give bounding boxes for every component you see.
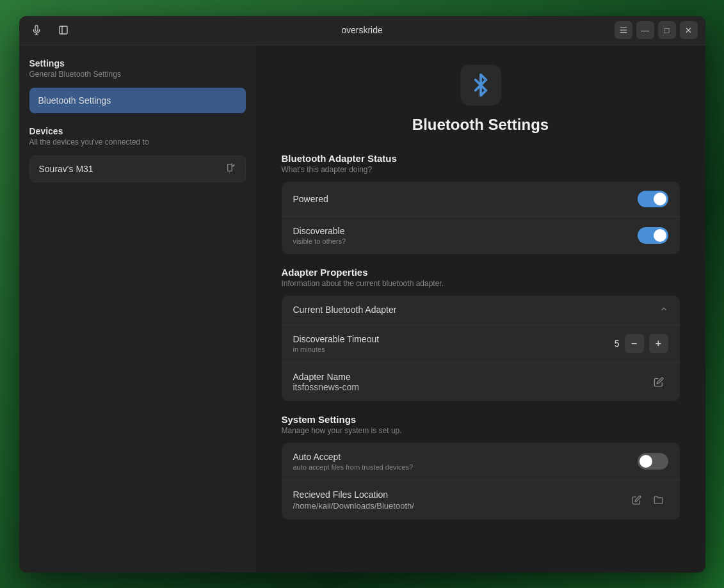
discoverable-timeout-sublabel: in minutes: [293, 346, 380, 353]
auto-accept-label: Auto Accept: [293, 452, 414, 462]
powered-toggle-knob: [654, 193, 666, 205]
devices-section-title: Devices: [29, 126, 246, 136]
timeout-decrement-button[interactable]: −: [625, 334, 644, 353]
app-window: overskride — □ ✕ Settings G: [19, 16, 705, 573]
chevron-up-icon: [659, 305, 668, 315]
settings-section-subtitle: General Bluetooth Settings: [29, 70, 246, 79]
files-location-row: Recieved Files Location /home/kaii/Downl…: [282, 480, 680, 520]
adapter-subrows: Discoverable Timeout in minutes 5 − + Ad…: [282, 324, 680, 401]
auto-accept-label-group: Auto Accept auto accept files from trust…: [293, 452, 414, 471]
files-folder-button[interactable]: [649, 490, 668, 509]
adapter-properties-section-header: Adapter Properties Information about the…: [282, 267, 680, 288]
powered-label: Powered: [293, 194, 328, 204]
powered-toggle[interactable]: [638, 191, 668, 207]
maximize-button[interactable]: □: [658, 21, 676, 39]
discoverable-timeout-label-group: Discoverable Timeout in minutes: [293, 334, 380, 353]
files-location-actions: [627, 490, 668, 509]
bluetooth-logo: [282, 65, 680, 106]
discoverable-toggle[interactable]: [638, 227, 668, 244]
close-button[interactable]: ✕: [680, 21, 698, 39]
sidebar-toggle-button[interactable]: [54, 20, 73, 40]
content-area: Settings General Bluetooth Settings Blue…: [19, 45, 705, 573]
auto-accept-sublabel: auto accept files from trusted devices?: [293, 463, 414, 471]
device-item-sourav-m31[interactable]: Sourav's M31: [29, 155, 246, 182]
adapter-name-edit-button[interactable]: [649, 372, 668, 392]
files-location-label: Recieved Files Location: [293, 489, 414, 500]
sidebar: Settings General Bluetooth Settings Blue…: [19, 45, 256, 573]
files-location-label-group: Recieved Files Location /home/kaii/Downl…: [293, 489, 414, 511]
timeout-increment-button[interactable]: +: [649, 334, 668, 353]
files-edit-button[interactable]: [627, 490, 647, 509]
titlebar-right: — □ ✕: [615, 21, 698, 39]
current-adapter-label: Current Bluetooth Adapter: [293, 305, 397, 315]
discoverable-timeout-label: Discoverable Timeout: [293, 334, 380, 344]
titlebar: overskride — □ ✕: [19, 16, 705, 45]
adapter-status-subtitle: What's this adapter doing?: [282, 165, 680, 174]
titlebar-left: [27, 20, 73, 40]
main-content: Bluetooth Settings Bluetooth Adapter Sta…: [256, 45, 705, 573]
adapter-name-label-group: Adapter Name itsfossnews-com: [293, 372, 359, 392]
settings-section-title: Settings: [29, 58, 246, 68]
svg-rect-2: [60, 26, 67, 34]
discoverable-timeout-controls: 5 − +: [615, 334, 668, 353]
powered-row: Powered: [282, 182, 680, 216]
adapter-name-row: Adapter Name itsfossnews-com: [282, 362, 680, 401]
device-icon: [226, 163, 236, 175]
adapter-status-title: Bluetooth Adapter Status: [282, 153, 680, 164]
bluetooth-icon-box: [460, 65, 501, 106]
adapter-status-section-header: Bluetooth Adapter Status What's this ada…: [282, 153, 680, 174]
adapter-status-card: Powered Discoverable visible to others?: [282, 182, 680, 254]
discoverable-label: Discoverable: [293, 226, 346, 236]
system-settings-section-header: System Settings Manage how your system i…: [282, 414, 680, 435]
auto-accept-toggle-knob: [640, 455, 652, 468]
files-location-path: /home/kaii/Downloads/Bluetooth/: [293, 501, 414, 511]
discoverable-timeout-row: Discoverable Timeout in minutes 5 − +: [282, 325, 680, 362]
discoverable-label-group: Discoverable visible to others?: [293, 226, 346, 245]
auto-accept-row: Auto Accept auto accept files from trust…: [282, 443, 680, 480]
sidebar-item-bluetooth-settings[interactable]: Bluetooth Settings: [29, 88, 246, 113]
discoverable-sublabel: visible to others?: [293, 237, 346, 245]
adapter-name-label: Adapter Name: [293, 372, 359, 382]
adapter-properties-card: Current Bluetooth Adapter Discoverable T…: [282, 296, 680, 401]
window-title: overskride: [341, 25, 383, 35]
adapter-name-value: itsfossnews-com: [293, 382, 359, 392]
discoverable-toggle-knob: [654, 229, 666, 242]
system-settings-title: System Settings: [282, 414, 680, 425]
devices-section: Devices All the devices you've connected…: [29, 126, 246, 182]
menu-button[interactable]: [615, 21, 632, 39]
devices-section-subtitle: All the devices you've connected to: [29, 138, 246, 147]
system-settings-subtitle: Manage how your system is set up.: [282, 426, 680, 435]
mic-icon-button[interactable]: [27, 20, 46, 40]
minimize-button[interactable]: —: [636, 21, 654, 39]
current-adapter-row[interactable]: Current Bluetooth Adapter: [282, 296, 680, 324]
adapter-properties-subtitle: Information about the current bluetooth …: [282, 279, 680, 288]
adapter-properties-title: Adapter Properties: [282, 267, 680, 278]
bluetooth-icon: [469, 74, 492, 97]
discoverable-row: Discoverable visible to others?: [282, 216, 680, 254]
auto-accept-toggle[interactable]: [638, 453, 668, 470]
discoverable-timeout-value: 5: [615, 338, 620, 349]
system-settings-card: Auto Accept auto accept files from trust…: [282, 443, 680, 520]
page-title: Bluetooth Settings: [282, 116, 680, 134]
svg-rect-8: [227, 164, 232, 171]
